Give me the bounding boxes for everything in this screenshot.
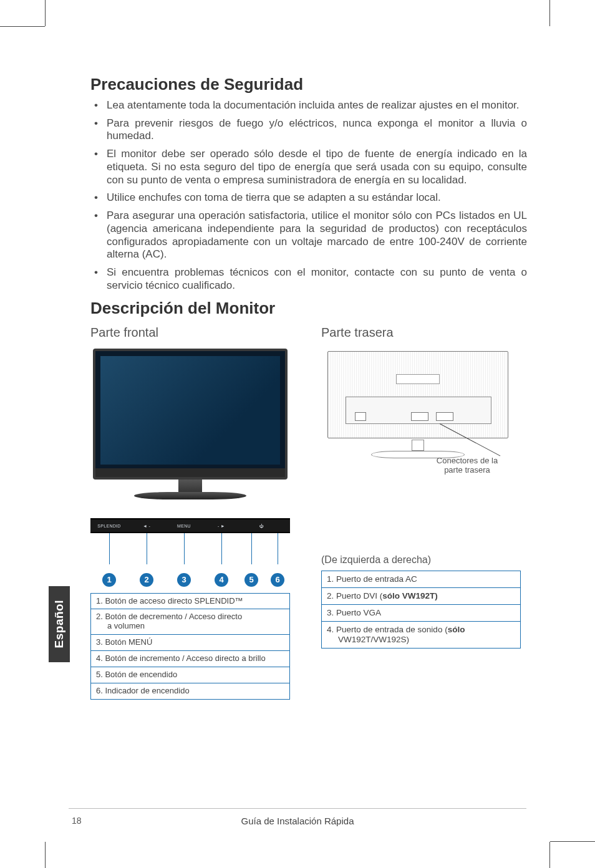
btn-label-increment: - ► [218,523,225,528]
crop-mark [549,842,550,868]
monitor-front [93,349,288,480]
safety-bullet-list: Lea atentamente toda la documentación in… [90,99,527,292]
port-ac [355,412,366,421]
crop-mark [45,0,46,26]
footer-rule [69,808,526,809]
legend-row: 3. Botón MENÚ [91,635,289,651]
bullet-item: Utilice enchufes con toma de tierra que … [107,191,527,205]
crop-mark [45,842,46,868]
callout-2: 2 [140,573,153,587]
front-subheading: Parte frontal [90,326,296,340]
monitor-stand-neck [178,480,202,493]
legend-row: 4. Botón de incremento / Acceso directo … [91,651,289,667]
bullet-item: El monitor debe ser operado sólo desde e… [107,148,527,186]
button-bar: SPLENDID ◄ - MENU - ► ⏻ [90,518,290,533]
legend-row: 4. Puerto de entrada de sonido (sólo VW1… [322,622,520,648]
btn-label-splendid: SPLENDID [97,523,120,528]
bullet-item: Si encuentra problemas técnicos con el m… [107,266,527,292]
callout-3: 3 [177,573,191,587]
callout-5: 5 [244,573,258,587]
language-tab-label: Español [52,600,66,648]
legend-row: 3. Puerto VGA [322,605,520,622]
monitor-rear-badge [396,374,440,384]
legend-row: 6. Indicador de encendido [91,683,289,699]
rear-subheading: Parte trasera [321,326,527,340]
crop-mark [549,0,550,26]
bullet-item: Para prevenir riesgos de fuego y/o eléct… [107,117,527,143]
rear-callout-text: Conectores de la parte trasera [417,456,517,475]
legend-row: 2. Botón de decremento / Acceso directo … [91,609,289,635]
legend-row: 2. Puerto DVI (sólo VW192T) [322,588,520,605]
monitor-stand-base [134,492,246,499]
port-vga [436,412,453,421]
callout-1: 1 [102,573,116,587]
btn-label-menu: MENU [177,523,191,528]
description-heading: Descripción del Monitor [90,299,527,318]
bullet-item: Para asegurar una operación satisfactori… [107,210,527,261]
crop-mark [550,841,595,842]
rear-connector-panel [346,397,491,424]
rear-stand-neck [412,440,424,451]
callout-number-row: 1 2 3 4 5 6 [90,571,290,587]
rear-order-note: (De izquierda a derecha) [321,554,521,566]
safety-heading: Precauciones de Seguridad [90,75,527,94]
crop-mark [0,26,45,27]
leader-lines [90,533,290,571]
monitor-bezel [95,468,285,477]
monitor-rear-figure: Conectores de la parte trasera [321,349,515,461]
language-tab: Español [49,586,70,662]
btn-label-power-icon: ⏻ [259,523,264,528]
rear-legend-table: 1. Puerto de entrada AC 2. Puerto DVI (s… [321,571,521,649]
footer-title: Guía de Instalación Rápida [0,816,595,826]
monitor-rear-body [327,351,508,438]
port-dvi [411,412,428,421]
legend-row: 5. Botón de encendido [91,667,289,683]
callout-6: 6 [271,573,284,587]
bullet-item: Lea atentamente toda la documentación in… [107,99,527,112]
legend-row: 1. Botón de acceso directo SPLENDID™ [91,594,289,610]
button-bar-figure: SPLENDID ◄ - MENU - ► ⏻ 1 2 3 4 [90,518,290,587]
callout-4: 4 [215,573,228,587]
monitor-front-figure [90,349,290,499]
btn-label-decrement: ◄ - [143,523,150,528]
monitor-screen [100,356,280,465]
legend-row: 1. Puerto de entrada AC [322,571,520,588]
front-legend-table: 1. Botón de acceso directo SPLENDID™ 2. … [90,593,290,700]
